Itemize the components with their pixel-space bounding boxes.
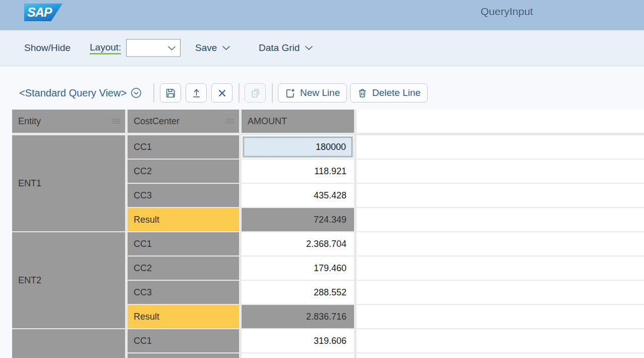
amount-cell: 2.836.716	[242, 305, 354, 328]
chevron-down-icon	[167, 45, 176, 50]
upload-icon	[191, 88, 202, 98]
cancel-button[interactable]	[211, 83, 232, 103]
cost-center-cell: CC1	[128, 232, 239, 255]
menubar: Show/Hide Layout: Save Data Grid	[0, 30, 644, 66]
layout-select[interactable]	[126, 39, 181, 57]
amount-cell[interactable]: 319.606	[242, 329, 354, 352]
trash-icon	[357, 88, 368, 98]
empty-cell	[357, 232, 644, 255]
result-cell: Result	[128, 208, 239, 231]
amount-cell[interactable]: 435.428	[242, 184, 354, 207]
header-costcenter-label: CostCenter	[134, 116, 180, 127]
view-selector-button[interactable]: <Standard Query View>	[19, 81, 142, 105]
show-hide-button[interactable]: Show/Hide	[24, 42, 71, 54]
chevron-down-icon	[222, 45, 230, 50]
delete-line-button[interactable]: Delete Line	[350, 83, 428, 103]
header-amount-label: AMOUNT	[248, 116, 287, 127]
amount-cell[interactable]: 179.460	[242, 257, 354, 280]
data-grid-menu-label: Data Grid	[259, 42, 300, 54]
entity-cell	[12, 329, 125, 358]
sap-logo: SAP	[24, 4, 63, 21]
toolbar-divider	[153, 83, 154, 103]
amount-input[interactable]: 180000	[243, 136, 353, 158]
empty-cell	[357, 305, 644, 328]
layout-label: Layout:	[90, 42, 121, 55]
empty-cell	[357, 160, 644, 183]
save-menu-button[interactable]: Save	[195, 42, 230, 54]
amount-cell[interactable]: 2.368.704	[242, 232, 354, 255]
query-toolbar: <Standard Query View>	[0, 81, 644, 105]
empty-cell	[357, 208, 644, 231]
cost-center-cell: CC3	[128, 281, 239, 304]
empty-cell	[357, 281, 644, 304]
column-menu-icon[interactable]	[111, 118, 121, 125]
entity-cell: ENT2	[12, 232, 125, 328]
result-cell: Result	[128, 305, 239, 328]
save-button[interactable]	[160, 83, 181, 103]
grid-header: Entity CostCenter AMOUNT	[12, 110, 644, 133]
copy-button[interactable]	[245, 83, 266, 103]
save-menu-label: Save	[195, 42, 217, 54]
cost-center-cell: CC2	[128, 257, 239, 280]
data-grid: Entity CostCenter AMOUNT ENT1CC1180000CC…	[12, 110, 644, 358]
empty-cell	[357, 135, 644, 159]
cost-center-cell: CC3	[128, 184, 239, 207]
cost-center-cell	[128, 353, 239, 358]
page-title: QueryInput	[481, 6, 533, 18]
copy-icon	[250, 88, 261, 98]
upload-button[interactable]	[186, 83, 207, 103]
save-icon	[165, 88, 176, 98]
titlebar: SAP QueryInput	[0, 0, 644, 30]
header-cell-amount[interactable]: AMOUNT	[242, 110, 354, 133]
cost-center-cell: CC1	[128, 329, 239, 352]
chevron-down-circle-icon	[131, 87, 142, 98]
delete-line-label: Delete Line	[372, 87, 421, 98]
new-line-button[interactable]: New Line	[278, 83, 347, 103]
toolbar-divider	[239, 83, 240, 103]
empty-cell	[357, 329, 644, 352]
amount-cell[interactable]	[242, 353, 354, 358]
chevron-down-icon	[305, 45, 313, 50]
empty-cell	[357, 353, 644, 358]
amount-cell[interactable]: 118.921	[242, 160, 354, 183]
new-line-label: New Line	[300, 87, 340, 98]
amount-cell: 724.349	[242, 208, 354, 231]
close-icon	[217, 88, 227, 98]
header-entity-label: Entity	[18, 116, 41, 127]
cost-center-cell: CC1	[128, 135, 239, 159]
amount-cell-selected[interactable]: 180000	[242, 135, 354, 159]
new-line-icon	[285, 88, 296, 98]
empty-cell	[357, 184, 644, 207]
view-selector-label: <Standard Query View>	[19, 87, 127, 99]
header-filler	[357, 110, 644, 133]
cost-center-cell: CC2	[128, 160, 239, 183]
toolbar-divider	[272, 83, 273, 103]
entity-cell: ENT1	[12, 135, 125, 231]
amount-cell[interactable]: 288.552	[242, 281, 354, 304]
empty-cell	[357, 257, 644, 280]
grid-body: ENT1CC1180000CC2118.921CC3435.428Result7…	[12, 135, 644, 358]
header-cell-costcenter[interactable]: CostCenter	[128, 110, 239, 133]
column-menu-icon[interactable]	[225, 118, 235, 125]
data-grid-menu-button[interactable]: Data Grid	[259, 42, 313, 54]
header-cell-entity[interactable]: Entity	[12, 110, 125, 133]
